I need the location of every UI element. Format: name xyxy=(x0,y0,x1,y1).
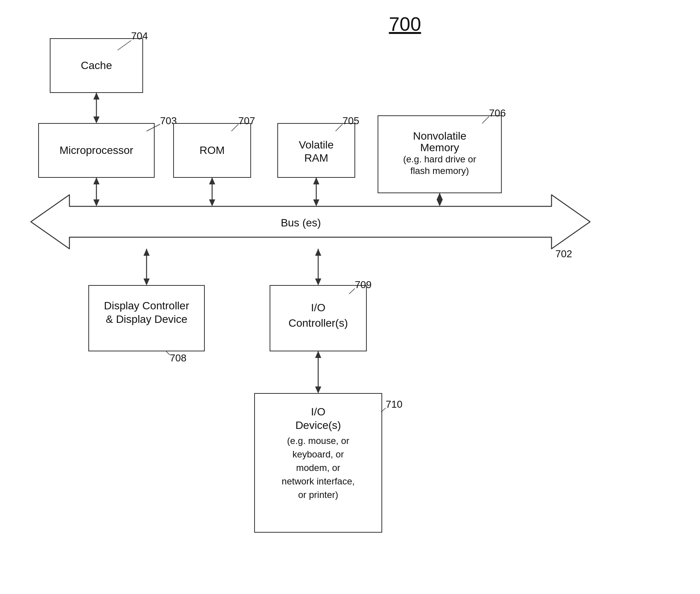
rom-label: ROM xyxy=(199,144,224,156)
bus-ref: 702 xyxy=(555,248,572,260)
svg-marker-18 xyxy=(437,199,443,206)
svg-line-20 xyxy=(166,351,170,355)
svg-marker-22 xyxy=(143,278,150,285)
svg-marker-27 xyxy=(315,249,321,256)
svg-marker-15 xyxy=(313,199,319,206)
iod-label4: keyboard, or xyxy=(292,449,344,459)
svg-marker-2 xyxy=(93,116,100,123)
volatile-ram-ref: 705 xyxy=(342,115,359,127)
volatile-ram-label1: Volatile xyxy=(299,139,334,151)
iod-ref: 710 xyxy=(386,398,402,410)
svg-marker-31 xyxy=(315,351,321,358)
svg-marker-3 xyxy=(93,93,100,100)
ioc-label1: I/O xyxy=(311,302,325,314)
cache-ref: 704 xyxy=(131,30,148,42)
nvm-label2: Memory xyxy=(420,142,459,154)
nvm-label3: (e.g. hard drive or xyxy=(403,154,476,164)
volatile-ram-label2: RAM xyxy=(304,152,328,164)
dc-label1: Display Controller xyxy=(104,300,189,312)
svg-marker-23 xyxy=(143,249,150,256)
nvm-label4: flash memory) xyxy=(410,165,469,176)
svg-marker-9 xyxy=(93,199,100,206)
diagram-container: 700 Cache 704 Microprocessor 703 ROM 707… xyxy=(0,0,700,594)
iod-label2: Device(s) xyxy=(295,419,341,431)
svg-marker-30 xyxy=(315,386,321,393)
diagram-title: 700 xyxy=(389,14,421,35)
svg-marker-10 xyxy=(93,177,100,184)
cache-label: Cache xyxy=(81,59,112,71)
svg-marker-19 xyxy=(437,193,443,200)
bus-label: Bus (es) xyxy=(281,217,321,229)
iod-label5: modem, or xyxy=(296,462,341,473)
nvm-label1: Nonvolatile xyxy=(413,130,467,142)
dc-label2: & Display Device xyxy=(106,313,187,325)
svg-marker-12 xyxy=(209,199,215,206)
ioc-label2: Controller(s) xyxy=(288,317,348,329)
svg-marker-13 xyxy=(209,177,215,184)
microprocessor-label: Microprocessor xyxy=(59,144,133,156)
svg-marker-26 xyxy=(315,278,321,285)
iod-label3: (e.g. mouse, or xyxy=(287,435,349,446)
iod-label6: network interface, xyxy=(282,476,354,486)
iod-label1: I/O xyxy=(311,406,325,418)
dc-ref: 708 xyxy=(170,352,186,364)
iod-label7: or printer) xyxy=(298,489,338,500)
rom-ref: 707 xyxy=(238,115,255,127)
ioc-ref: 709 xyxy=(355,279,371,290)
nvm-ref: 706 xyxy=(489,107,506,119)
svg-marker-16 xyxy=(313,177,319,184)
